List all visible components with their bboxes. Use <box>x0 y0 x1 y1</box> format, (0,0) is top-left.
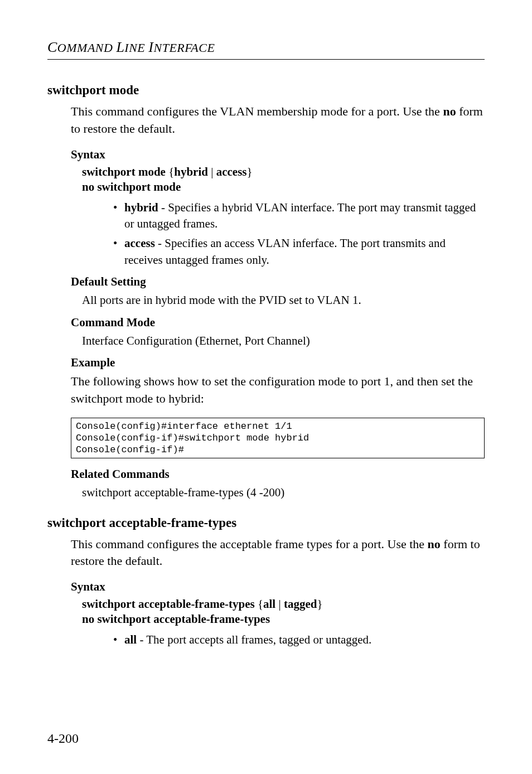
intro-text-1a: This command configures the VLAN members… <box>71 104 443 118</box>
bullet-list-1: hybrid - Specifies a hybrid VLAN interfa… <box>113 200 485 269</box>
bullet-text-2-0: - The port accepts all frames, tagged or… <box>137 633 371 646</box>
mode-label-1: Command Mode <box>71 316 485 330</box>
bullet-1-1: access - Specifies an access VLAN inferf… <box>113 235 485 268</box>
bullet-bold-1-0: hybrid <box>124 201 158 214</box>
bullet-list-2: all - The port accepts all frames, tagge… <box>113 632 485 648</box>
syntax-line-2-0: switchport acceptable-frame-types {all |… <box>82 597 485 611</box>
default-label-1: Default Setting <box>71 275 485 289</box>
intro-text-2a: This command configures the acceptable f… <box>71 537 428 551</box>
page-header: COMMAND LINE INTERFACE <box>47 39 485 56</box>
syntax-line-1-0: switchport mode {hybrid | access} <box>82 165 485 179</box>
mode-text-1: Interface Configuration (Ethernet, Port … <box>82 333 485 349</box>
syntax-label-2: Syntax <box>71 580 485 594</box>
command-title-1: switchport mode <box>47 83 485 98</box>
syntax-line-1-1: no switchport mode <box>82 180 485 194</box>
intro-bold-2: no <box>428 537 441 551</box>
command-title-2: switchport acceptable-frame-types <box>47 516 485 530</box>
related-label-1: Related Commands <box>71 467 485 481</box>
bullet-1-0: hybrid - Specifies a hybrid VLAN interfa… <box>113 200 485 233</box>
related-text-1: switchport acceptable-frame-types (4 -20… <box>82 485 485 501</box>
header-text: COMMAND LINE INTERFACE <box>47 41 215 55</box>
bullet-text-1-1: - Specifies an access VLAN inferface. Th… <box>124 236 446 266</box>
default-text-1: All ports are in hybrid mode with the PV… <box>82 292 485 308</box>
intro-bold-1: no <box>443 104 456 118</box>
bullet-text-1-0: - Specifies a hybrid VLAN interface. The… <box>124 201 476 230</box>
example-intro-1: The following shows how to set the confi… <box>71 373 485 408</box>
header-rule <box>47 59 485 60</box>
bullet-2-0: all - The port accepts all frames, tagge… <box>113 632 485 648</box>
intro-2: This command configures the acceptable f… <box>71 536 485 570</box>
bullet-bold-2-0: all <box>124 633 137 646</box>
example-label-1: Example <box>71 356 485 370</box>
syntax-line-2-1: no switchport acceptable-frame-types <box>82 612 485 626</box>
bullet-bold-1-1: access <box>124 236 155 250</box>
syntax-label-1: Syntax <box>71 148 485 162</box>
page-number: 4-200 <box>47 731 79 746</box>
intro-1: This command configures the VLAN members… <box>71 103 485 138</box>
code-block-1: Console(config)#interface ethernet 1/1 C… <box>71 418 485 459</box>
